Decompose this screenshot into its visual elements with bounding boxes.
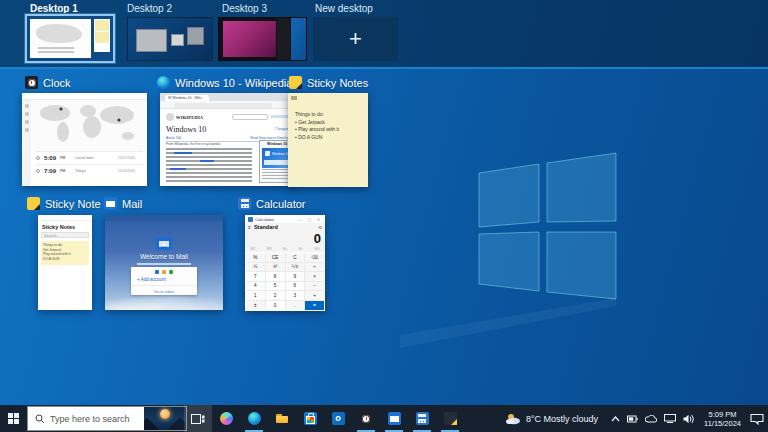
taskbar-store[interactable] xyxy=(296,405,324,432)
edge-icon xyxy=(248,412,261,425)
wikipedia-globe-logo xyxy=(166,113,174,121)
clock-card-header[interactable]: Clock xyxy=(25,76,71,89)
calculator-key[interactable]: × xyxy=(305,272,324,281)
task-view-button[interactable] xyxy=(184,405,212,432)
taskbar-clock[interactable]: 5:09 PM 11/15/2024 xyxy=(704,410,741,428)
history-icon[interactable]: ⟲ xyxy=(318,225,322,230)
world-clock-row[interactable]: 7:09 PM Tokyo 11/15/2024 xyxy=(36,164,143,176)
calculator-key[interactable]: 0 xyxy=(266,301,285,311)
taskbar-copilot[interactable] xyxy=(212,405,240,432)
calculator-window[interactable]: Calculator — ▢ ✕ ≡ Standard ⟲ 0 MCMRM+M−… xyxy=(245,215,325,311)
taskbar-calculator[interactable] xyxy=(408,405,436,432)
clock-row-ampm: PM xyxy=(60,156,65,160)
desktop-1-thumbnail[interactable] xyxy=(25,14,115,63)
search-highlight-image[interactable] xyxy=(144,406,186,431)
battery-icon[interactable] xyxy=(627,415,638,423)
calculator-key[interactable]: 7 xyxy=(246,272,265,281)
article-link xyxy=(174,152,192,154)
calculator-key[interactable]: CE xyxy=(266,253,285,262)
browser-address-bar[interactable] xyxy=(160,101,298,109)
calculator-key[interactable]: 1 xyxy=(246,291,265,300)
note-line: • Get Jetpack xyxy=(295,119,339,127)
wiki-search-box[interactable] xyxy=(232,114,268,120)
taskbar-sticky-notes[interactable] xyxy=(436,405,464,432)
wikipedia-window[interactable]: W Windows 10 - Wiki... WIKIPEDIA Windows… xyxy=(160,93,298,186)
mail-window[interactable]: Welcome to Mail + Add account Go to inbo… xyxy=(105,215,223,310)
wikipedia-wordmark: WIKIPEDIA xyxy=(176,115,203,120)
calculator-key[interactable]: ²√x xyxy=(286,263,305,272)
weather-widget[interactable]: 8°C Mostly cloudy xyxy=(505,412,598,425)
sticky-notes-card-header[interactable]: Sticky Notes xyxy=(289,76,368,89)
sticky-search-box[interactable]: Search... xyxy=(41,232,89,238)
map-pin xyxy=(59,107,62,110)
calculator-key[interactable]: 2 xyxy=(266,291,285,300)
mail-welcome-text: Welcome to Mail xyxy=(105,253,223,260)
note-menu-icon[interactable] xyxy=(291,96,297,100)
desktop-3-label: Desktop 3 xyxy=(222,3,267,14)
sticky-list-card-header[interactable]: Sticky Note xyxy=(27,197,101,210)
taskbar-edge[interactable] xyxy=(240,405,268,432)
clock-window[interactable]: 5:09 PM Local time 11/15/2024 7:09 PM To… xyxy=(22,93,147,186)
calculator-key[interactable]: % xyxy=(246,253,265,262)
calculator-key[interactable]: ⌫ xyxy=(305,253,324,262)
taskbar-mail[interactable] xyxy=(380,405,408,432)
weather-text: 8°C Mostly cloudy xyxy=(526,414,598,424)
clock-row-date: 11/15/2024 xyxy=(118,169,135,173)
calculator-card-header[interactable]: Calculator xyxy=(238,197,306,210)
window-control-buttons[interactable]: — ▢ ✕ xyxy=(299,217,322,222)
calculator-mode[interactable]: Standard xyxy=(254,224,278,230)
calculator-key[interactable]: 9 xyxy=(286,272,305,281)
onedrive-icon[interactable] xyxy=(645,415,657,423)
calculator-key[interactable]: 3 xyxy=(286,291,305,300)
memory-button[interactable]: MC xyxy=(251,247,256,251)
network-icon[interactable] xyxy=(664,414,676,423)
hamburger-icon[interactable]: ≡ xyxy=(248,224,251,230)
note-preview[interactable]: Things to do:Get JetpackPlay around with… xyxy=(41,241,89,265)
memory-button[interactable]: M+ xyxy=(283,247,288,251)
infobox-image-caption: Windows 10 xyxy=(272,152,289,156)
calculator-key[interactable]: C xyxy=(286,253,305,262)
weather-icon xyxy=(505,412,521,425)
task-view-screen: Desktop 1 Desktop 2 Desktop 3 New deskto… xyxy=(0,0,768,432)
calculator-keypad: %CEC⌫¹⁄ₓx²²√x÷789×456−123+±0.= xyxy=(246,253,324,310)
calculator-key[interactable]: = xyxy=(305,301,324,311)
new-desktop-button[interactable]: + xyxy=(313,17,398,61)
taskbar-file-explorer[interactable] xyxy=(268,405,296,432)
taskbar-search-box[interactable]: Type here to search xyxy=(27,406,187,431)
memory-button[interactable]: MS xyxy=(315,247,320,251)
sticky-list-card-title: Sticky Note xyxy=(45,198,101,210)
sticky-notes-window[interactable]: Things to do:• Get Jetpack• Play around … xyxy=(288,93,368,187)
desktop-3-thumbnail[interactable] xyxy=(218,17,307,61)
taskbar-clock-app[interactable] xyxy=(352,405,380,432)
memory-button[interactable]: M− xyxy=(299,247,304,251)
calculator-key[interactable]: 6 xyxy=(286,282,305,291)
wikipedia-card-header[interactable]: Windows 10 - Wikipedia... xyxy=(157,76,302,89)
add-account-button[interactable]: + Add account xyxy=(131,277,197,286)
start-button[interactable] xyxy=(0,405,26,432)
calculator-key[interactable]: ± xyxy=(246,301,265,311)
action-center-icon[interactable] xyxy=(750,413,764,425)
sticky-list-window[interactable]: Sticky Notes Search... Things to do:Get … xyxy=(38,215,92,310)
go-to-inbox-link[interactable]: Go to inbox xyxy=(131,286,197,294)
article-tab-left[interactable]: Article Talk xyxy=(166,136,181,140)
mail-card-header[interactable]: Mail xyxy=(104,197,142,210)
mail-titlebar xyxy=(105,215,223,221)
desktop-2-thumbnail[interactable] xyxy=(127,17,213,61)
taskbar-outlook[interactable]: o xyxy=(324,405,352,432)
calculator-icon xyxy=(416,412,429,425)
calculator-display: 0 xyxy=(245,231,325,246)
calculator-key[interactable]: ¹⁄ₓ xyxy=(246,263,265,272)
calculator-key[interactable]: . xyxy=(286,301,305,311)
memory-button[interactable]: MR xyxy=(267,247,272,251)
calculator-key[interactable]: 4 xyxy=(246,282,265,291)
calculator-key[interactable]: ÷ xyxy=(305,263,324,272)
calculator-icon xyxy=(238,197,251,210)
volume-icon[interactable] xyxy=(683,414,695,424)
hidden-icons-chevron[interactable] xyxy=(611,416,620,422)
calculator-key[interactable]: + xyxy=(305,291,324,300)
world-clock-row[interactable]: 5:09 PM Local time 11/15/2024 xyxy=(36,151,143,163)
calculator-key[interactable]: x² xyxy=(266,263,285,272)
calculator-key[interactable]: 5 xyxy=(266,282,285,291)
calculator-key[interactable]: 8 xyxy=(266,272,285,281)
calculator-key[interactable]: − xyxy=(305,282,324,291)
